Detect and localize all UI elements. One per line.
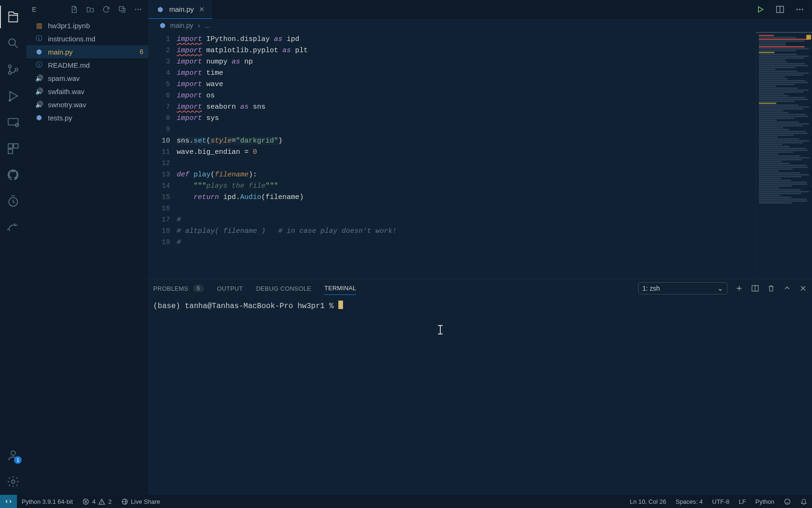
close-icon[interactable]: ✕ (199, 5, 205, 14)
status-spaces[interactable]: Spaces: 4 (671, 498, 708, 505)
activity-github-icon[interactable] (0, 162, 26, 188)
svg-point-3 (15, 68, 18, 71)
svg-point-15 (138, 9, 139, 10)
svg-point-2 (8, 71, 11, 74)
panel-tabs: PROBLEMS 6 OUTPUT DEBUG CONSOLE TERMINAL… (148, 279, 812, 298)
status-language[interactable]: Python (751, 498, 779, 505)
status-problems[interactable]: 4 2 (78, 498, 116, 505)
activity-search-icon[interactable] (0, 30, 26, 56)
file-row[interactable]: ⓘREADME.md (26, 58, 148, 71)
activity-extensions-icon[interactable] (0, 135, 26, 162)
file-name: instructions.md (48, 35, 95, 43)
file-name: hw3pr1.ipynb (48, 22, 90, 30)
audio-icon: 🔊 (35, 87, 43, 95)
info-icon: ⓘ (35, 61, 43, 69)
status-bell-icon[interactable] (796, 498, 812, 505)
text-cursor-icon (440, 325, 441, 334)
status-bar: Python 3.9.1 64-bit 4 2 Live Share Ln 10… (0, 495, 812, 508)
status-live-share[interactable]: Live Share (117, 498, 165, 505)
activity-share-icon[interactable] (0, 214, 26, 241)
svg-point-12 (12, 480, 15, 484)
new-folder-icon[interactable] (86, 5, 94, 14)
file-row[interactable]: ⬢main.py6 (26, 45, 148, 58)
file-row[interactable]: 🔊swnotry.wav (26, 98, 148, 111)
svg-rect-9 (8, 149, 13, 153)
explorer-label: E (32, 6, 37, 13)
svg-rect-5 (8, 119, 18, 125)
file-row[interactable]: ⬢tests.py (26, 111, 148, 124)
terminal-cursor (338, 301, 343, 309)
svg-rect-8 (14, 144, 18, 148)
panel-tab-problems[interactable]: PROBLEMS 6 (153, 285, 204, 292)
svg-point-20 (802, 9, 803, 10)
line-number-gutter: 12345678910111213141516171819 (148, 32, 177, 278)
more-actions-icon[interactable] (795, 5, 804, 14)
remote-indicator-icon[interactable] (0, 495, 17, 508)
code-content[interactable]: import IPython.display as ipdimport matp… (177, 32, 756, 278)
file-name: README.md (48, 61, 90, 69)
activity-remote-icon[interactable] (0, 109, 26, 135)
activity-accounts-icon[interactable]: 1 (0, 442, 26, 468)
activity-timer-icon[interactable] (0, 188, 26, 214)
run-icon[interactable] (756, 5, 765, 14)
activity-settings-icon[interactable] (0, 468, 26, 495)
file-problems-badge: 6 (140, 48, 143, 56)
file-row[interactable]: ⓘinstructions.md (26, 32, 148, 45)
file-row[interactable]: 🔊spam.wav (26, 71, 148, 85)
explorer-toolbar: E (26, 0, 148, 19)
panel-tab-debug[interactable]: DEBUG CONSOLE (256, 285, 311, 292)
maximize-panel-icon[interactable] (783, 284, 791, 293)
terminal-prompt: (base) tanha@Tanhas-MacBook-Pro hw3pr1 % (153, 301, 807, 310)
status-eol[interactable]: LF (734, 498, 750, 505)
svg-point-0 (9, 39, 16, 46)
activity-scm-icon[interactable] (0, 56, 26, 83)
new-file-icon[interactable] (70, 5, 78, 14)
minimap[interactable] (756, 32, 812, 278)
accounts-badge: 1 (14, 456, 22, 464)
activity-explorer-icon[interactable] (0, 4, 26, 30)
close-panel-icon[interactable] (799, 284, 807, 293)
split-editor-icon[interactable] (775, 5, 785, 14)
refresh-icon[interactable] (102, 5, 110, 14)
more-icon[interactable] (134, 5, 142, 14)
python-icon: ⬢ (35, 48, 43, 56)
file-row[interactable]: 🔊swfaith.wav (26, 85, 148, 98)
svg-point-19 (799, 9, 801, 10)
file-row[interactable]: ▥hw3pr1.ipynb (26, 19, 148, 32)
editor-body[interactable]: 12345678910111213141516171819 import IPy… (148, 32, 812, 278)
activity-run-icon[interactable] (0, 83, 26, 109)
terminal-body[interactable]: (base) tanha@Tanhas-MacBook-Pro hw3pr1 % (148, 298, 812, 495)
file-name: swfaith.wav (48, 87, 85, 95)
status-python[interactable]: Python 3.9.1 64-bit (17, 498, 78, 505)
split-terminal-icon[interactable] (751, 284, 759, 293)
breadcrumb[interactable]: ⬢ main.py › ... (148, 19, 812, 32)
info-icon: ⓘ (35, 34, 43, 43)
file-name: tests.py (48, 114, 72, 122)
problems-count: 6 (193, 285, 204, 292)
panel-tab-output[interactable]: OUTPUT (217, 285, 243, 292)
notebook-icon: ▥ (35, 22, 43, 29)
kill-terminal-icon[interactable] (767, 284, 775, 293)
svg-rect-7 (8, 144, 13, 148)
python-icon: ⬢ (35, 114, 43, 121)
audio-icon: 🔊 (35, 74, 43, 82)
collapse-icon[interactable] (118, 5, 126, 14)
status-ln-col[interactable]: Ln 10, Col 26 (625, 498, 671, 505)
breadcrumb-rest: ... (205, 22, 211, 29)
editor-tab-bar: ⬢ main.py ✕ (148, 0, 812, 19)
python-icon: ⬢ (160, 22, 165, 29)
panel-tab-terminal[interactable]: TERMINAL (324, 285, 356, 295)
new-terminal-icon[interactable] (735, 284, 743, 293)
svg-point-11 (11, 451, 15, 455)
file-name: swnotry.wav (48, 101, 86, 109)
chevron-right-icon: › (198, 22, 200, 29)
breadcrumb-file: main.py (170, 22, 193, 29)
status-encoding[interactable]: UTF-8 (708, 498, 734, 505)
status-feedback-icon[interactable] (779, 498, 796, 505)
chevron-down-icon: ⌄ (718, 285, 723, 292)
svg-rect-13 (119, 7, 124, 11)
terminal-selector[interactable]: 1: zsh ⌄ (638, 282, 727, 294)
svg-point-18 (796, 9, 798, 10)
editor-tab[interactable]: ⬢ main.py ✕ (148, 0, 213, 19)
audio-icon: 🔊 (35, 101, 43, 108)
